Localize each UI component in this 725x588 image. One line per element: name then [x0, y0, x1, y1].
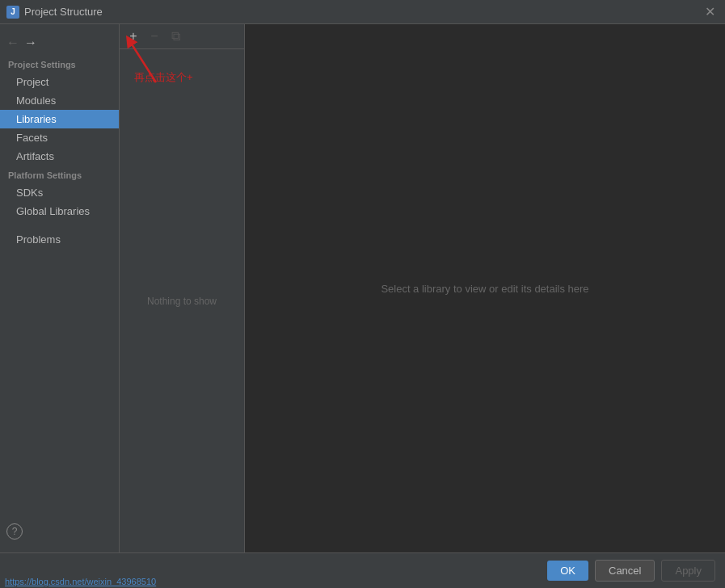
content-area: ← → Project Settings Project Modules Lib…: [0, 24, 725, 552]
title-bar: J Project Structure ✕: [0, 0, 725, 24]
main-layout: ← → Project Settings Project Modules Lib…: [0, 24, 725, 588]
list-panel: + − ⧉ Nothing to show: [120, 24, 245, 552]
footer: https://blog.csdn.net/weixin_43968510 OK…: [0, 552, 725, 588]
sidebar: ← → Project Settings Project Modules Lib…: [0, 24, 120, 552]
sidebar-item-libraries[interactable]: Libraries: [0, 110, 119, 128]
details-panel: Select a library to view or edit its det…: [245, 24, 725, 552]
sidebar-item-project[interactable]: Project: [0, 73, 119, 91]
footer-url[interactable]: https://blog.csdn.net/weixin_43968510: [0, 575, 161, 588]
remove-button[interactable]: −: [145, 27, 163, 45]
help-button[interactable]: ?: [6, 523, 23, 540]
sidebar-item-problems[interactable]: Problems: [0, 230, 119, 249]
cancel-button[interactable]: Cancel: [595, 560, 655, 582]
sidebar-item-artifacts[interactable]: Artifacts: [0, 147, 119, 166]
list-toolbar: + − ⧉: [120, 24, 244, 49]
project-settings-label: Project Settings: [0, 55, 119, 73]
nav-arrows: ← →: [0, 31, 119, 55]
add-button[interactable]: +: [124, 27, 142, 45]
apply-button[interactable]: Apply: [661, 560, 715, 582]
close-button[interactable]: ✕: [702, 4, 719, 20]
details-placeholder: Select a library to view or edit its det…: [381, 283, 588, 295]
forward-arrow[interactable]: →: [23, 34, 39, 52]
sidebar-item-modules[interactable]: Modules: [0, 91, 119, 110]
sidebar-item-facets[interactable]: Facets: [0, 128, 119, 147]
window-title: Project Structure: [24, 6, 103, 18]
sidebar-item-sdks[interactable]: SDKs: [0, 183, 119, 202]
app-icon: J: [6, 6, 19, 19]
platform-settings-label: Platform Settings: [0, 166, 119, 183]
sidebar-bottom: ?: [0, 517, 119, 546]
list-empty-state: Nothing to show: [120, 49, 244, 552]
ok-button[interactable]: OK: [547, 561, 588, 581]
back-arrow[interactable]: ←: [5, 34, 21, 52]
sidebar-item-global-libraries[interactable]: Global Libraries: [0, 202, 119, 220]
copy-button[interactable]: ⧉: [166, 27, 184, 45]
